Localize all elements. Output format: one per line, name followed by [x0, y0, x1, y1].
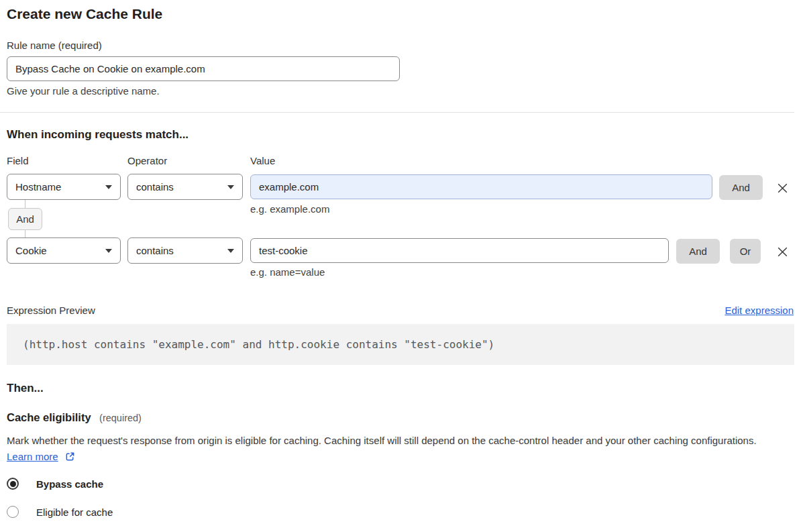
column-label-operator: Operator: [127, 155, 167, 166]
radio-dot: [10, 481, 16, 487]
value-example-row2: e.g. name=value: [250, 266, 325, 278]
close-icon: [775, 245, 790, 259]
remove-condition-button-row1[interactable]: [773, 178, 792, 197]
rule-name-helper: Give your rule a descriptive name.: [7, 85, 160, 97]
eligibility-heading: Cache eligibility: [7, 411, 91, 423]
add-and-condition-button-row1[interactable]: And: [719, 175, 763, 200]
connector-line-top: [25, 200, 25, 208]
expression-code-block: (http.host contains "example.com" and ht…: [7, 324, 794, 365]
operator-select-row1-value: contains: [136, 181, 174, 193]
rule-name-input[interactable]: [7, 56, 400, 81]
close-icon: [775, 181, 790, 195]
radio-option-bypass-cache[interactable]: Bypass cache: [7, 478, 103, 490]
chevron-down-icon: [227, 249, 234, 253]
expression-code: (http.host contains "example.com" and ht…: [23, 338, 494, 351]
operator-select-row2-value: contains: [136, 245, 174, 256]
edit-expression-link[interactable]: Edit expression: [724, 305, 794, 316]
column-label-field: Field: [7, 155, 29, 166]
remove-condition-button-row2[interactable]: [773, 242, 792, 261]
eligibility-heading-row: Cache eligibility (required): [7, 411, 142, 424]
value-input-row1[interactable]: [250, 174, 712, 199]
radio-unselected-icon[interactable]: [7, 506, 19, 518]
then-heading: Then...: [7, 382, 44, 395]
field-select-row2[interactable]: Cookie: [7, 237, 121, 264]
external-link-icon: [65, 451, 75, 462]
section-divider: [0, 112, 794, 113]
add-and-condition-button-row2[interactable]: And: [676, 239, 720, 264]
operator-select-row2[interactable]: contains: [127, 237, 243, 264]
match-heading: When incoming requests match...: [7, 128, 189, 142]
chevron-down-icon: [105, 249, 112, 253]
radio-label-bypass-cache: Bypass cache: [36, 478, 103, 490]
learn-more-link[interactable]: Learn more: [7, 451, 58, 462]
field-select-row1[interactable]: Hostname: [7, 174, 121, 200]
create-cache-rule-page: Create new Cache Rule Rule name (require…: [0, 0, 805, 532]
add-or-condition-button-row2[interactable]: Or: [730, 239, 761, 264]
eligibility-description: Mark whether the request's response from…: [7, 433, 785, 465]
eligibility-required-note: (required): [99, 413, 142, 423]
field-select-row1-value: Hostname: [15, 181, 61, 193]
eligibility-description-text: Mark whether the request's response from…: [7, 435, 757, 446]
value-input-row2[interactable]: [250, 238, 669, 263]
column-label-value: Value: [250, 155, 275, 166]
connector-and-chip[interactable]: And: [8, 208, 42, 230]
rule-name-label: Rule name (required): [7, 40, 102, 51]
operator-select-row1[interactable]: contains: [127, 174, 243, 200]
value-example-row1: e.g. example.com: [250, 203, 329, 215]
chevron-down-icon: [105, 185, 112, 189]
radio-option-eligible-for-cache[interactable]: Eligible for cache: [7, 506, 113, 518]
field-select-row2-value: Cookie: [15, 245, 47, 256]
radio-selected-icon[interactable]: [7, 478, 19, 490]
radio-label-eligible-for-cache: Eligible for cache: [36, 507, 113, 518]
chevron-down-icon: [227, 185, 234, 189]
expression-preview-label: Expression Preview: [7, 305, 95, 316]
page-title: Create new Cache Rule: [7, 6, 162, 22]
